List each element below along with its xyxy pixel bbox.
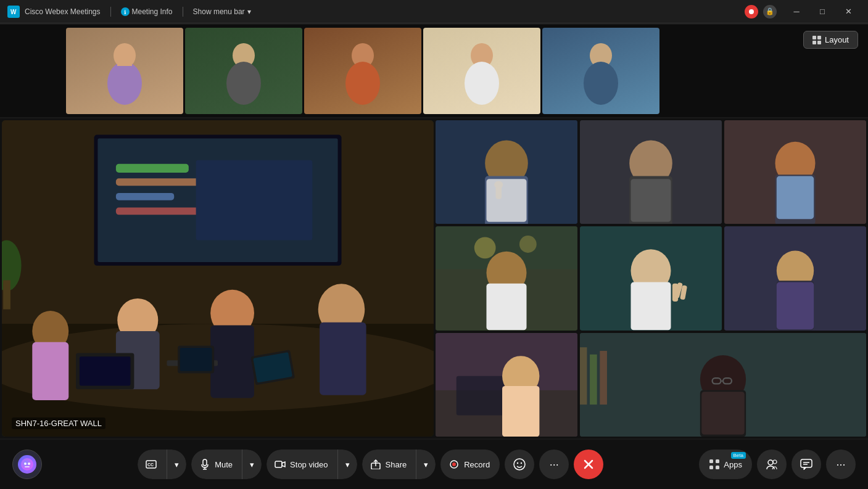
svg-rect-4 — [812, 36, 816, 39]
mute-button[interactable]: Mute — [191, 450, 242, 479]
control-center: CC ▾ Mute — [138, 450, 603, 479]
grid-video-3[interactable] — [724, 120, 866, 224]
svg-rect-104 — [701, 392, 745, 435]
meeting-info-icon: ℹ — [121, 7, 130, 16]
grid-video-2[interactable] — [580, 120, 722, 224]
share-chevron-icon: ▾ — [424, 460, 428, 469]
svg-rect-7 — [817, 41, 821, 44]
window-controls: ─ □ ✕ — [784, 2, 861, 21]
svg-rect-43 — [3, 280, 10, 309]
stop-video-group: Stop video ▾ — [267, 450, 357, 479]
layout-icon — [812, 36, 821, 44]
lock-icon[interactable]: 🔒 — [763, 5, 777, 18]
chat-icon — [800, 458, 812, 471]
svg-rect-78 — [630, 282, 671, 331]
svg-point-9 — [107, 62, 142, 105]
svg-rect-125 — [716, 459, 719, 463]
svg-rect-111 — [203, 459, 207, 466]
svg-rect-5 — [817, 36, 821, 39]
close-button[interactable]: ✕ — [836, 2, 861, 21]
svg-point-105 — [21, 458, 33, 471]
recording-indicator — [745, 5, 758, 18]
featured-video[interactable]: SHN7-16-GREAT WALL — [2, 120, 434, 437]
svg-rect-62 — [630, 179, 671, 222]
more-icon: ··· — [550, 458, 559, 471]
title-bar-left: W Cisco Webex Meetings ℹ Meeting Info Sh… — [7, 6, 745, 18]
more-options-button[interactable]: ··· — [539, 450, 569, 479]
thumbnail-5[interactable] — [542, 28, 659, 114]
svg-point-71 — [474, 237, 496, 259]
svg-point-129 — [773, 460, 777, 464]
mute-chevron-icon: ▾ — [250, 460, 254, 469]
chat-button[interactable] — [792, 450, 821, 479]
svg-text:CC: CC — [147, 462, 154, 467]
stop-video-button[interactable]: Stop video — [267, 450, 337, 479]
svg-rect-67 — [777, 176, 814, 220]
layout-button[interactable]: Layout — [803, 31, 858, 49]
apps-button[interactable]: Beta Apps — [699, 450, 752, 479]
stop-video-chevron-icon: ▾ — [345, 460, 350, 469]
stop-video-chevron-button[interactable]: ▾ — [337, 450, 357, 479]
thumbnail-1[interactable] — [66, 28, 183, 114]
thumbnail-4[interactable] — [423, 28, 540, 114]
end-call-button[interactable] — [574, 450, 603, 479]
share-label: Share — [386, 460, 407, 469]
ai-icon — [18, 455, 36, 474]
divider2 — [183, 7, 183, 17]
grid-video-8[interactable] — [580, 333, 866, 437]
svg-point-19 — [465, 62, 499, 105]
meeting-info-btn[interactable]: ℹ Meeting Info — [121, 7, 173, 16]
webex-logo: W — [7, 6, 20, 18]
share-chevron-button[interactable]: ▾ — [416, 450, 436, 479]
svg-rect-74 — [486, 284, 526, 330]
control-right: Beta Apps — [699, 450, 856, 479]
more-right-button[interactable]: ··· — [826, 450, 856, 479]
mute-chevron-button[interactable]: ▾ — [242, 450, 262, 479]
record-button[interactable]: Record — [440, 450, 500, 479]
grid-video-6[interactable] — [724, 226, 866, 330]
show-menu-bar-btn[interactable]: Show menu bar ▾ — [193, 7, 251, 16]
svg-rect-29 — [116, 164, 189, 173]
control-bar: CC ▾ Mute — [0, 440, 868, 489]
grid-videos — [436, 120, 866, 437]
svg-rect-97 — [590, 354, 597, 404]
captions-icon: CC — [145, 458, 157, 471]
svg-point-119 — [514, 459, 525, 470]
mute-label: Mute — [215, 460, 233, 469]
title-bar: W Cisco Webex Meetings ℹ Meeting Info Sh… — [0, 0, 868, 23]
svg-rect-31 — [116, 193, 174, 200]
svg-point-118 — [452, 462, 456, 466]
svg-rect-48 — [180, 348, 212, 371]
share-button[interactable]: Share — [362, 450, 417, 479]
svg-rect-108 — [25, 466, 30, 467]
svg-point-107 — [28, 462, 30, 465]
record-label: Record — [464, 460, 490, 469]
captions-chevron-button[interactable]: ▾ — [167, 450, 186, 479]
svg-rect-98 — [600, 351, 607, 405]
main-video-area: SHN7-16-GREAT WALL — [0, 118, 868, 438]
captions-button[interactable]: CC — [138, 450, 167, 479]
grid-video-4[interactable] — [436, 226, 577, 330]
svg-rect-124 — [709, 459, 713, 463]
title-bar-controls: 🔒 — [745, 5, 777, 18]
react-button[interactable] — [505, 450, 534, 479]
grid-video-5[interactable] — [580, 226, 722, 330]
microphone-icon — [199, 458, 211, 471]
svg-rect-96 — [580, 347, 587, 405]
meeting-info-label: Meeting Info — [132, 7, 173, 16]
grid-video-7[interactable] — [436, 333, 577, 437]
svg-point-121 — [521, 462, 522, 464]
minimize-button[interactable]: ─ — [784, 2, 809, 21]
ai-assistant-button[interactable] — [12, 450, 42, 479]
captions-group: CC ▾ — [138, 450, 186, 479]
svg-rect-6 — [812, 41, 816, 44]
svg-rect-114 — [275, 461, 282, 467]
svg-point-72 — [519, 236, 537, 253]
maximize-button[interactable]: □ — [810, 2, 835, 21]
grid-video-1[interactable] — [436, 120, 577, 224]
svg-rect-86 — [777, 282, 814, 330]
participants-button[interactable] — [757, 450, 787, 479]
thumbnail-3[interactable] — [304, 28, 421, 114]
thumbnail-2[interactable] — [185, 28, 302, 114]
end-call-icon — [582, 458, 595, 471]
